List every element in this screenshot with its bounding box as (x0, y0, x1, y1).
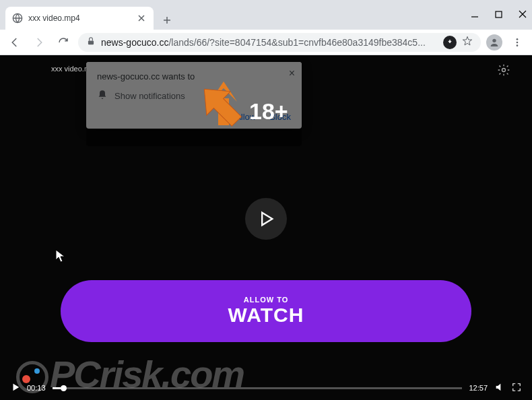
play-small-icon[interactable] (11, 382, 20, 393)
total-time: 12:57 (469, 384, 488, 392)
age-badge: 18+ (249, 98, 288, 125)
page-content: xxx video.mp4 × news-gocuco.cc wants to … (0, 55, 532, 400)
cta-line1: ALLOW TO (244, 296, 288, 304)
profile-avatar-icon[interactable] (486, 34, 502, 51)
browser-toolbar: news-gocuco.cc/lands/66/?site=8047154&su… (0, 30, 532, 55)
svg-point-3 (492, 38, 496, 42)
cursor-icon (55, 249, 66, 263)
svg-rect-2 (88, 40, 94, 44)
notification-prompt-text: news-gocuco.cc wants to (97, 71, 291, 81)
elapsed-time: 00:13 (27, 384, 46, 392)
kebab-menu-icon[interactable] (508, 33, 527, 52)
url-text: news-gocuco.cc/lands/66/?site=8047154&su… (101, 37, 438, 48)
fullscreen-icon[interactable] (512, 382, 521, 393)
svg-rect-1 (496, 11, 502, 18)
close-window-icon[interactable] (519, 9, 527, 20)
browser-tab[interactable]: xxx video.mp4 (5, 7, 154, 30)
volume-icon[interactable] (494, 382, 505, 394)
tab-strip: xxx video.mp4 (0, 5, 532, 30)
svg-point-4 (517, 38, 519, 40)
cta-line2: WATCH (228, 304, 304, 327)
update-badge-icon[interactable] (443, 36, 457, 49)
bookmark-star-icon[interactable] (462, 36, 473, 49)
svg-point-7 (502, 69, 506, 72)
maximize-icon[interactable] (495, 9, 502, 20)
back-button[interactable] (5, 33, 24, 52)
window-controls (471, 9, 527, 20)
minimize-icon[interactable] (471, 9, 479, 20)
tab-title: xxx video.mp4 (28, 13, 131, 23)
new-tab-button[interactable] (158, 11, 176, 30)
svg-point-6 (517, 44, 519, 46)
svg-point-5 (517, 41, 519, 43)
video-controls: 00:13 12:57 (0, 376, 532, 400)
progress-bar[interactable] (53, 387, 463, 389)
allow-to-watch-button[interactable]: ALLOW TO WATCH (61, 280, 471, 342)
close-icon[interactable]: × (289, 67, 295, 79)
close-icon[interactable] (136, 13, 147, 24)
bell-icon (97, 90, 108, 102)
address-bar[interactable]: news-gocuco.cc/lands/66/?site=8047154&su… (78, 33, 481, 52)
globe-icon (12, 13, 23, 24)
notification-body-text: Show notifications (114, 91, 185, 101)
play-button[interactable] (245, 198, 287, 240)
gear-icon[interactable] (497, 63, 510, 79)
lock-icon (86, 36, 96, 48)
forward-button[interactable] (30, 33, 48, 52)
reload-button[interactable] (54, 33, 73, 52)
